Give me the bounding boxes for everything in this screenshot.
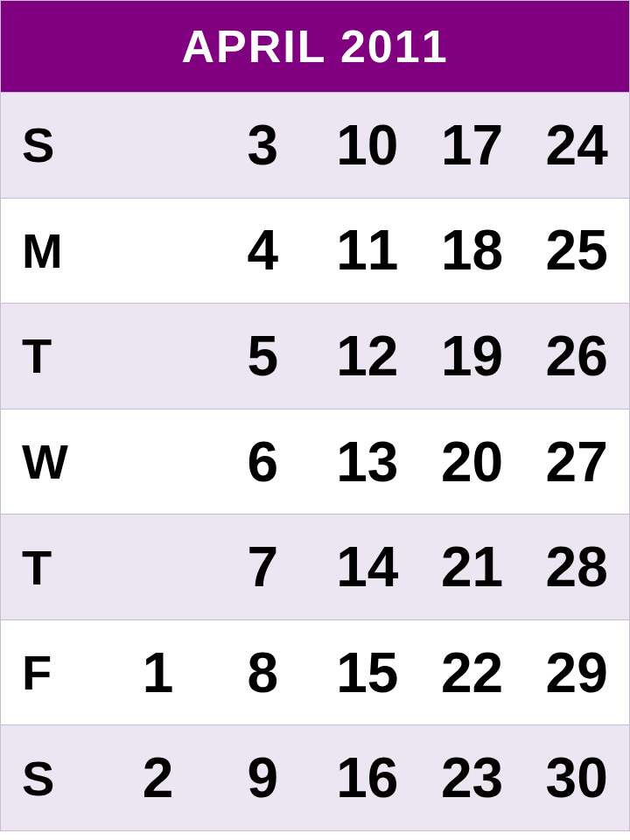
date-cell: [106, 304, 211, 409]
date-cell: 25: [524, 199, 629, 304]
date-cell: 10: [315, 93, 420, 198]
date-cell: 15: [315, 620, 420, 725]
day-label: T: [1, 304, 106, 409]
day-label: T: [1, 514, 106, 620]
calendar: APRIL 2011 S 3 10 17 24 M 4 11 18 25 T 5…: [0, 0, 630, 831]
date-cell: 7: [210, 514, 315, 620]
date-cell: [106, 410, 211, 514]
date-cell: [106, 514, 211, 620]
date-cell: [106, 93, 211, 198]
date-cell: 18: [420, 199, 525, 304]
day-label: M: [1, 199, 106, 304]
calendar-row: F 1 8 15 22 29: [1, 620, 629, 725]
calendar-row: S 2 9 16 23 30: [1, 724, 629, 830]
day-label: S: [1, 725, 106, 830]
date-cell: 22: [420, 620, 525, 725]
date-cell: 11: [315, 199, 420, 304]
date-cell: 3: [210, 93, 315, 198]
day-label: W: [1, 410, 106, 514]
date-cell: 14: [315, 514, 420, 620]
date-cell: 13: [315, 410, 420, 514]
date-cell: 21: [420, 514, 525, 620]
calendar-row: T 5 12 19 26: [1, 303, 629, 409]
calendar-row: T 7 14 21 28: [1, 514, 629, 620]
date-cell: 28: [524, 514, 629, 620]
date-cell: 27: [524, 410, 629, 514]
date-cell: 30: [524, 725, 629, 830]
day-label: S: [1, 93, 106, 198]
calendar-header: APRIL 2011: [1, 1, 629, 92]
date-cell: 17: [420, 93, 525, 198]
date-cell: 23: [420, 725, 525, 830]
calendar-row: W 6 13 20 27: [1, 409, 629, 514]
date-cell: 1: [106, 620, 211, 725]
calendar-title: APRIL 2011: [181, 20, 448, 73]
date-cell: 6: [210, 410, 315, 514]
date-cell: 24: [524, 93, 629, 198]
calendar-row: S 3 10 17 24: [1, 92, 629, 198]
date-cell: 9: [210, 725, 315, 830]
date-cell: 26: [524, 304, 629, 409]
calendar-row: M 4 11 18 25: [1, 198, 629, 304]
date-cell: 29: [524, 620, 629, 725]
date-cell: 20: [420, 410, 525, 514]
date-cell: 2: [106, 725, 211, 830]
date-cell: 12: [315, 304, 420, 409]
date-cell: 5: [210, 304, 315, 409]
date-cell: [106, 199, 211, 304]
date-cell: 19: [420, 304, 525, 409]
date-cell: 16: [315, 725, 420, 830]
date-cell: 4: [210, 199, 315, 304]
day-label: F: [1, 620, 106, 725]
date-cell: 8: [210, 620, 315, 725]
